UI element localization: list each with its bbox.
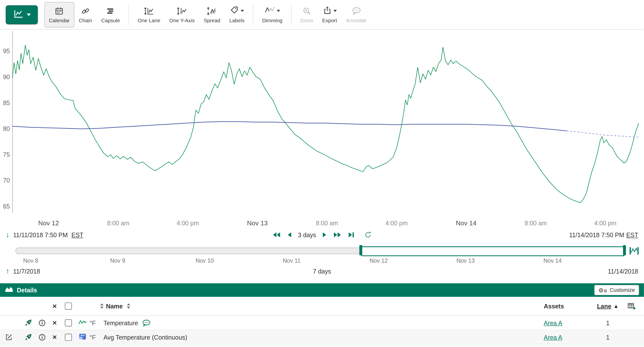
trend-chart-canvas[interactable]: 95908580757065Nov 128:00 am4:00 pmNov 13… <box>0 30 644 229</box>
one-y-axis-label: One Y-Axis <box>169 18 195 23</box>
item-unit: °F <box>90 319 96 326</box>
details-panel-header: Details ⚙⚙ Customize <box>0 283 644 297</box>
step-forward-full-button[interactable] <box>332 231 342 239</box>
item-info-button[interactable] <box>38 334 45 340</box>
toolbar-separator <box>253 4 254 25</box>
overview-resize-icon <box>629 246 639 256</box>
remove-item-button[interactable]: × <box>52 334 57 341</box>
step-forward-half-button[interactable] <box>322 231 327 239</box>
item-info-button[interactable] <box>38 319 45 326</box>
table-row: × °F Temperature Area A 1 <box>0 316 644 330</box>
calendar-icon <box>55 6 64 16</box>
speech-bubble-icon <box>142 319 151 326</box>
one-y-axis-button[interactable]: One Y-Axis <box>165 2 199 27</box>
investigate-range-arrow-icon: ↑ <box>6 267 10 275</box>
trend-chart[interactable]: 95908580757065Nov 128:00 am4:00 pmNov 13… <box>0 30 644 229</box>
signal-icon <box>78 319 86 326</box>
overview-tick-label: Nov 8 <box>23 258 38 264</box>
overview-right-handle[interactable] <box>623 245 626 256</box>
asset-link[interactable]: Area A <box>544 319 562 326</box>
investigate-range-duration: 7 days <box>313 267 331 274</box>
area-chart-icon <box>5 286 13 294</box>
asset-swap-button[interactable] <box>25 319 32 326</box>
name-column-header[interactable]: Name <box>106 302 123 310</box>
select-item-checkbox[interactable] <box>64 334 72 340</box>
calendar-button[interactable]: Calendar <box>44 2 74 27</box>
select-all-checkbox[interactable] <box>64 302 72 310</box>
step-back-half-button[interactable] <box>287 231 292 239</box>
lane-column-header[interactable]: Lane <box>597 302 611 310</box>
svg-text:65: 65 <box>3 203 10 210</box>
svg-text:85: 85 <box>3 100 10 106</box>
details-table: × Name Assets Lane ▲ × <box>0 297 644 344</box>
sort-name-control[interactable] <box>127 304 130 309</box>
display-range-start[interactable]: 11/11/2018 7:50 PM <box>13 231 68 238</box>
overview-left-handle[interactable] <box>360 245 362 256</box>
svg-text:95: 95 <box>3 48 10 54</box>
info-icon <box>38 319 45 326</box>
assets-column-header[interactable]: Assets <box>544 302 564 310</box>
svg-text:8:00 am: 8:00 am <box>524 220 547 226</box>
select-item-checkbox[interactable] <box>64 319 72 326</box>
annotate-button[interactable]: Annotate <box>342 2 371 27</box>
asset-swap-button[interactable] <box>25 334 32 341</box>
display-range-start-timezone[interactable]: EST <box>72 231 84 238</box>
remove-all-button[interactable]: × <box>52 302 57 310</box>
trend-view-icon <box>13 9 24 20</box>
calendar-label: Calendar <box>49 18 70 23</box>
step-to-end-button[interactable] <box>347 231 355 239</box>
export-button[interactable]: Export <box>318 2 342 27</box>
one-lane-label: One Lane <box>138 18 160 23</box>
labels-button[interactable]: Labels <box>225 2 249 27</box>
one-lane-button[interactable]: One Lane <box>133 2 165 27</box>
investigate-range-end: 11/14/2018 <box>608 267 638 274</box>
overview-tick-labels: Nov 8Nov 9Nov 10Nov 11Nov 12Nov 13Nov 14 <box>0 258 644 266</box>
sort-type-control[interactable] <box>100 304 104 309</box>
export-label: Export <box>322 18 337 23</box>
asset-link[interactable]: Area A <box>544 334 562 340</box>
capsule-button[interactable]: Capsule <box>97 2 125 27</box>
svg-text:4:00 pm: 4:00 pm <box>386 220 408 226</box>
display-range-duration[interactable]: 3 days <box>298 231 316 238</box>
capsule-icon <box>106 6 115 16</box>
zoom-button[interactable]: Zoom <box>296 2 318 27</box>
range-start-arrow-icon: ↓ <box>6 231 10 239</box>
edit-formula-button[interactable] <box>5 333 13 341</box>
overview-tick-label: Nov 13 <box>456 258 475 264</box>
rocket-icon <box>25 319 32 326</box>
svg-text:80: 80 <box>3 125 10 132</box>
one-lane-icon <box>144 6 154 16</box>
overview-tick-label: Nov 11 <box>283 258 300 264</box>
item-name[interactable]: Avg Temperature (Continuous) <box>104 334 187 340</box>
info-icon <box>38 334 45 340</box>
zoom-label: Zoom <box>300 18 313 23</box>
overview-selection-window[interactable] <box>362 246 624 256</box>
item-lane: 1 <box>606 334 610 340</box>
dimming-button[interactable]: Dimming <box>258 2 287 27</box>
spread-button[interactable]: Spread <box>199 2 225 27</box>
chevron-down-icon <box>333 10 336 12</box>
add-column-button[interactable] <box>628 302 636 310</box>
dimming-icon <box>264 6 275 16</box>
auto-update-button[interactable] <box>364 231 372 239</box>
annotate-icon <box>351 6 361 16</box>
annotation-bubble-button[interactable] <box>142 319 151 326</box>
step-back-full-button[interactable] <box>272 231 282 239</box>
chain-button[interactable]: Chain <box>74 2 97 27</box>
item-name[interactable]: Temperature <box>104 319 138 326</box>
chain-label: Chain <box>79 18 92 23</box>
svg-text:70: 70 <box>3 177 10 184</box>
view-selector-button[interactable] <box>6 5 38 24</box>
svg-text:90: 90 <box>3 74 10 80</box>
remove-item-button[interactable]: × <box>52 319 57 326</box>
chevron-down-icon <box>26 13 31 16</box>
investigate-range-start: 11/7/2018 <box>13 267 40 274</box>
customize-button[interactable]: ⚙⚙ Customize <box>594 285 639 295</box>
overview-timebar <box>0 244 644 258</box>
overview-resize-button[interactable] <box>628 246 640 256</box>
display-range-end[interactable]: 11/14/2018 7:50 PM <box>569 231 624 238</box>
chain-icon <box>81 6 90 16</box>
capsule-label: Capsule <box>101 18 120 23</box>
display-range-end-timezone[interactable]: EST <box>626 231 638 238</box>
overview-tick-label: Nov 12 <box>370 258 388 264</box>
